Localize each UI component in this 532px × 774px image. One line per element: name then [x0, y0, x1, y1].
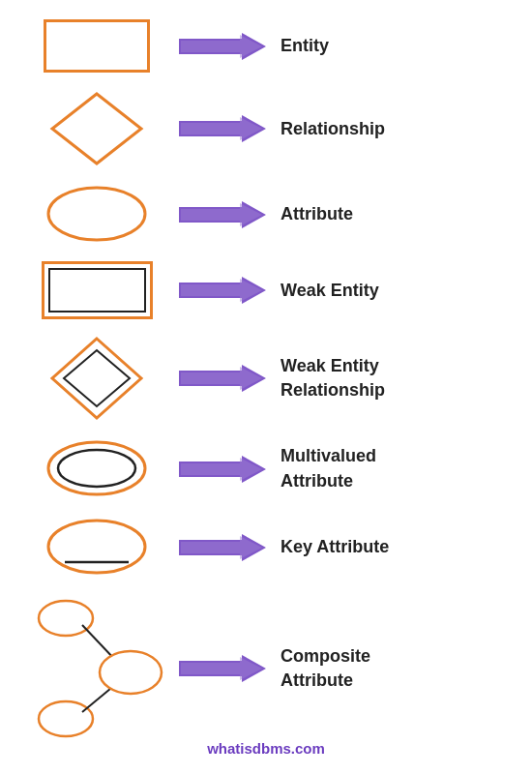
key-attribute-row: Key Attribute [0, 508, 532, 586]
weak-entity-relationship-arrow [174, 361, 271, 396]
weak-entity-arrow [174, 273, 271, 308]
entity-symbol [19, 19, 174, 73]
watermark: whatisdbms.com [0, 740, 532, 757]
multivalued-arrow [174, 452, 271, 487]
diagram: Entity Relationship At [0, 0, 532, 774]
key-attribute-arrow [174, 530, 271, 565]
composite-arrow [174, 651, 271, 686]
relationship-symbol [19, 90, 174, 167]
relationship-label: Relationship [271, 119, 513, 139]
weak-entity-label: Weak Entity [271, 281, 513, 301]
entity-label: Entity [271, 36, 513, 56]
weak-entity-relationship-symbol [19, 335, 174, 422]
attribute-arrow [174, 197, 271, 232]
attribute-symbol [19, 183, 174, 246]
multivalued-row: MultivaluedAttribute [0, 430, 532, 508]
attribute-row: Attribute [0, 175, 532, 253]
weak-entity-relationship-label: Weak EntityRelationship [271, 354, 513, 402]
key-attribute-label: Key Attribute [271, 537, 513, 557]
weak-entity-inner-rect [48, 268, 146, 313]
weak-entity-relationship-row: Weak EntityRelationship [0, 327, 532, 430]
composite-symbol [19, 591, 174, 746]
svg-point-5 [48, 188, 145, 240]
multivalued-label: MultivaluedAttribute [271, 444, 513, 492]
weak-entity-symbol [19, 261, 174, 319]
composite-row: CompositeAttribute [0, 586, 532, 751]
svg-point-26 [100, 651, 162, 694]
composite-ellipse-group [29, 591, 164, 746]
relationship-diamond [48, 90, 145, 167]
svg-point-15 [58, 450, 135, 487]
svg-marker-2 [52, 94, 141, 164]
weak-entity-relationship-diamond [48, 335, 145, 422]
relationship-row: Relationship [0, 82, 532, 175]
entity-arrow [174, 29, 271, 64]
attribute-label: Attribute [271, 204, 513, 224]
multivalued-ellipse [44, 437, 150, 500]
svg-point-22 [39, 601, 93, 636]
relationship-arrow [174, 111, 271, 146]
entity-rect [44, 19, 150, 73]
entity-row: Entity [0, 10, 532, 82]
weak-entity-double-rect [42, 261, 153, 319]
svg-point-23 [39, 701, 93, 736]
attribute-ellipse [44, 183, 150, 246]
composite-label: CompositeAttribute [271, 644, 513, 693]
weak-entity-row: Weak Entity [0, 253, 532, 327]
svg-point-18 [48, 521, 145, 573]
key-attribute-ellipse [44, 516, 150, 579]
key-attribute-symbol [19, 516, 174, 579]
multivalued-symbol [19, 437, 174, 500]
